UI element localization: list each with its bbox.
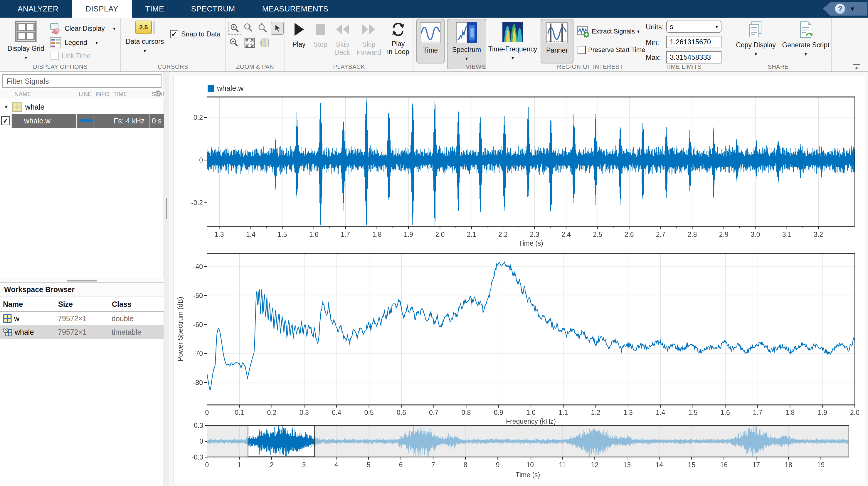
group-collapse-caret-icon[interactable]: ▼	[3, 104, 9, 110]
skip-back-button[interactable]: Skip Back	[331, 22, 353, 56]
workspace-var-class: double	[108, 312, 164, 325]
workspace-browser-title: Workspace Browser	[0, 283, 164, 296]
column-header-name[interactable]: NAME	[12, 89, 76, 99]
filter-signals-input[interactable]	[3, 75, 161, 87]
timetable-group-icon	[12, 102, 22, 112]
collapse-ribbon-icon[interactable]: ▲	[853, 64, 860, 69]
units-value: s	[670, 23, 673, 31]
section-label-zoom-pan: ZOOM & PAN	[225, 63, 284, 70]
zoom-in-icon[interactable]	[228, 22, 241, 35]
horizontal-panel-splitter[interactable]	[0, 278, 164, 283]
skip-forward-button[interactable]: Skip Forward	[355, 22, 383, 56]
link-time-checkbox[interactable]: ✓ Link Time	[51, 52, 90, 60]
ribbon-toolstrip: Display Grid ▾ Clear Display ▾ Legend ▾ …	[0, 18, 868, 72]
section-label-roi: REGION OF INTEREST	[538, 63, 642, 70]
help-icon[interactable]: ?	[835, 3, 845, 14]
table-settings-gear-icon[interactable]: ⚙	[154, 88, 162, 99]
clear-display-caret[interactable]: ▾	[113, 26, 116, 31]
zoom-y-icon[interactable]	[257, 22, 270, 35]
zoom-out-icon[interactable]	[228, 37, 241, 50]
data-cursor-icon: 2.5	[135, 21, 154, 34]
workspace-var-name: whale	[15, 328, 34, 337]
copy-display-button[interactable]: Copy Display ▾	[734, 21, 778, 57]
signal-group-row[interactable]: ▼ whale	[0, 100, 164, 114]
section-label-cursors: CURSORS	[121, 63, 225, 70]
section-label-display-options: DISPLAY OPTIONS	[0, 63, 120, 70]
help-dropdown-caret[interactable]: ▼	[849, 6, 856, 12]
extract-signals-button[interactable]: Extract Signals ▾	[577, 25, 640, 38]
clear-display-button[interactable]: Clear Display ▾	[49, 22, 115, 35]
generate-script-button[interactable]: Generate Script ▾	[781, 21, 831, 57]
spectrum-view-button[interactable]: Spectrum ▾	[447, 19, 486, 69]
panner-toggle-button[interactable]: Panner	[540, 19, 574, 63]
units-select[interactable]: s ▾	[666, 21, 721, 33]
workspace-row-whale[interactable]: whale 79572×1 timetable	[0, 325, 164, 339]
snap-to-data-checkbox-box: ✓	[170, 30, 178, 38]
play-button[interactable]: Play	[288, 22, 310, 49]
play-in-loop-button[interactable]: Play in Loop	[385, 22, 411, 56]
link-time-checkbox-box: ✓	[51, 52, 59, 60]
preserve-start-time-checkbox[interactable]: ✓ Preserve Start Time	[578, 46, 645, 54]
signal-start-cell: 0 s	[149, 114, 164, 128]
legend-button[interactable]: Legend ▾	[49, 36, 98, 49]
snap-to-data-checkbox[interactable]: ✓ Snap to Data	[170, 30, 220, 38]
units-select-caret: ▾	[715, 24, 718, 29]
snap-to-data-label: Snap to Data	[181, 30, 220, 38]
zoom-x-icon[interactable]	[243, 22, 255, 35]
section-share: Copy Display ▾ Generate Script ▾ SHARE	[725, 18, 832, 72]
panner-icon	[546, 22, 568, 44]
units-label: Units:	[646, 23, 663, 31]
copy-display-caret: ▾	[755, 52, 757, 57]
workspace-column-name[interactable]: Name	[0, 296, 55, 312]
section-time-limits: Units: s ▾ Min: Max: TIME LIMITS	[642, 18, 725, 72]
column-header-info[interactable]: INFO	[93, 89, 111, 99]
max-input[interactable]	[670, 52, 718, 63]
signal-info-cell	[93, 114, 111, 128]
skip-back-icon	[334, 22, 351, 37]
play-label: Play	[292, 40, 306, 49]
tab-display[interactable]: DISPLAY	[72, 0, 131, 18]
pointer-tool-icon[interactable]	[271, 22, 284, 35]
tab-time[interactable]: TIME	[132, 0, 178, 18]
workspace-var-name: w	[14, 314, 20, 323]
help-banner: ? ▼	[823, 2, 867, 16]
legend-label: Legend	[65, 39, 87, 47]
max-label: Max:	[646, 54, 661, 62]
signal-row-whale-w[interactable]: ✓ whale.w Fs: 4 kHz 0 s	[0, 114, 164, 128]
tab-analyzer[interactable]: ANALYZER	[4, 0, 72, 18]
panner-toggle-label: Panner	[546, 47, 568, 54]
section-playback: Play Stop Skip Back Skip Forward Play in…	[285, 18, 413, 72]
workspace-column-class[interactable]: Class	[108, 296, 164, 312]
stop-button[interactable]: Stop	[311, 22, 330, 49]
spectrum-view-icon	[456, 22, 477, 44]
fit-to-view-icon[interactable]	[244, 37, 257, 50]
extract-signals-label: Extract Signals	[592, 28, 635, 35]
plots-canvas[interactable]	[169, 72, 868, 486]
display-grid-button[interactable]: Display Grid ▾	[6, 21, 45, 60]
workspace-row-w[interactable]: w 79572×1 double	[0, 312, 164, 325]
tab-spectrum[interactable]: SPECTRUM	[178, 0, 249, 18]
timetable-variable-icon	[3, 327, 12, 337]
time-frequency-view-caret: ▾	[512, 56, 514, 60]
signal-visible-checkbox[interactable]: ✓	[0, 114, 12, 128]
filter-signals-box	[2, 74, 161, 88]
matrix-variable-icon	[3, 314, 12, 323]
workspace-column-size[interactable]: Size	[55, 296, 108, 312]
time-frequency-view-label: Time-Frequency	[488, 45, 537, 53]
signal-table-header: NAME LINE INFO TIME START ⚙	[0, 89, 164, 99]
tab-measurements[interactable]: MEASUREMENTS	[249, 0, 342, 18]
signal-line-color-sample	[80, 119, 93, 122]
time-view-button[interactable]: Time	[416, 19, 444, 63]
vertical-panel-splitter[interactable]	[164, 72, 169, 486]
time-frequency-view-button[interactable]: Time-Frequency ▾	[488, 19, 537, 69]
min-input[interactable]	[670, 36, 718, 48]
eraser-icon	[49, 22, 62, 35]
column-header-time[interactable]: TIME	[111, 89, 149, 99]
section-label-time-limits: TIME LIMITS	[642, 63, 725, 70]
data-cursors-button[interactable]: 2.5 Data cursors ▾	[126, 21, 163, 54]
column-header-line[interactable]: LINE	[76, 89, 93, 99]
legend-caret[interactable]: ▾	[95, 40, 98, 45]
pan-strip-icon[interactable]	[259, 37, 272, 50]
skip-back-label-2: Back	[335, 49, 350, 56]
group-name-label: whale	[25, 103, 44, 111]
